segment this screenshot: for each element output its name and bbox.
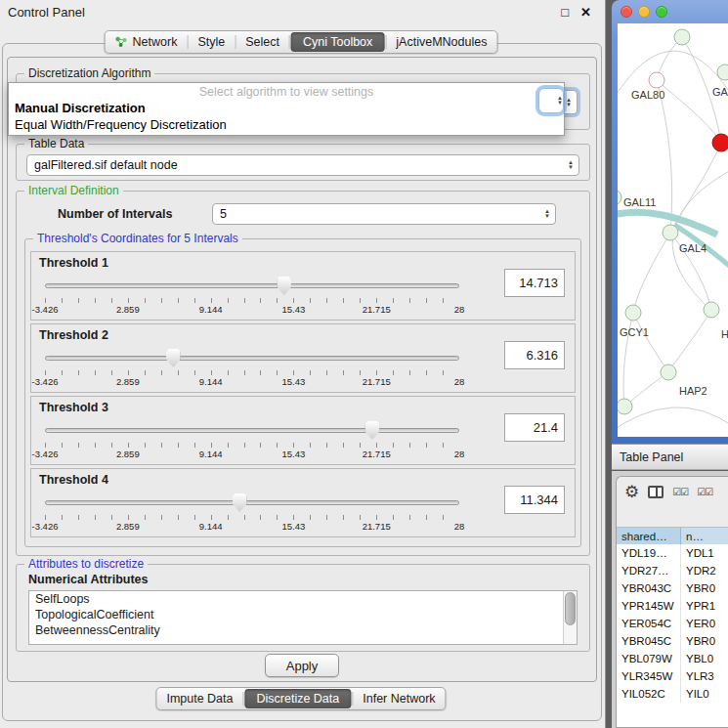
network-edge[interactable]	[624, 372, 668, 407]
slider-track	[45, 500, 459, 505]
column-header-shared-name[interactable]: shared…	[617, 527, 681, 544]
tab-label: jActiveMNodules	[396, 35, 487, 49]
node-label-gal80: GAL80	[631, 89, 664, 101]
tab-jactivemnodules[interactable]: jActiveMNodules	[386, 31, 496, 53]
table-toolbar	[617, 477, 728, 506]
minimize-traffic-light-icon[interactable]	[638, 6, 650, 18]
scale-label: 2.859	[116, 376, 140, 387]
columns-icon[interactable]	[648, 486, 664, 498]
table-row[interactable]: YDR27…YDR2	[617, 562, 728, 579]
scrollbar-thumb[interactable]	[565, 592, 576, 625]
cell-name: YDL1	[681, 544, 728, 562]
column-header-name[interactable]: n…	[681, 527, 728, 544]
network-graph-svg: GAL80GAGAL11GAL4GCY1HHAP2	[618, 23, 728, 437]
interval-definition-group-title: Interval Definition	[24, 184, 123, 198]
threshold-slider[interactable]	[45, 276, 459, 295]
slider-scale: -3.4262.8599.14415.4321.71528	[45, 376, 459, 388]
threshold-value-field[interactable]: 14.713	[504, 269, 565, 297]
network-edge[interactable]	[633, 313, 668, 372]
dropdown-option-manual-discretization[interactable]: Manual Discretization	[9, 100, 564, 116]
close-traffic-light-icon[interactable]	[621, 6, 632, 18]
table-panel-title: Table Panel	[620, 450, 683, 464]
network-node-h[interactable]	[704, 302, 719, 318]
stepper-arrows-icon	[551, 96, 563, 106]
network-edge[interactable]	[668, 310, 711, 372]
table-row[interactable]: YPR145WYPR1	[617, 597, 728, 615]
scale-label: 15.43	[282, 304, 306, 315]
threshold-slider[interactable]	[45, 420, 459, 440]
control-panel-titlebar: Control Panel □ ✕	[0, 0, 605, 23]
attributes-group: Attributes to discretize Numerical Attri…	[16, 564, 590, 652]
combo-arrows-icon	[538, 209, 550, 219]
slider-handle[interactable]	[233, 493, 247, 512]
cell-name: YDR2	[681, 562, 728, 579]
attribute-list-item[interactable]: BetweennessCentrality	[29, 622, 577, 638]
network-node-ga[interactable]	[717, 64, 728, 80]
slider-track	[45, 356, 459, 361]
tab-cyni-toolbox[interactable]: Cyni Toolbox	[291, 32, 384, 52]
vertical-scrollbar[interactable]	[563, 591, 577, 644]
algorithm-combo-stepper[interactable]	[538, 88, 564, 113]
apply-button[interactable]: Apply	[265, 654, 339, 677]
threshold-label: Threshold 4	[39, 473, 108, 487]
combo-arrows-icon	[562, 160, 574, 170]
gear-icon[interactable]	[624, 482, 639, 502]
threshold-slider[interactable]	[45, 492, 459, 512]
table-row[interactable]: YDL19…YDL1	[617, 544, 728, 562]
table-row[interactable]: YIL052CYIL0	[617, 685, 728, 703]
network-node[interactable]	[712, 134, 728, 151]
threshold-value-field[interactable]: 21.4	[504, 413, 565, 442]
cell-name: YBR0	[681, 632, 728, 650]
scale-label: 21.715	[363, 376, 391, 387]
float-window-button[interactable]: □	[561, 5, 569, 20]
checkbox-grid-icon[interactable]	[697, 487, 712, 497]
tab-style[interactable]: Style	[188, 31, 235, 53]
table-row[interactable]: YLR345WYLR3	[617, 667, 728, 685]
table-panel-header: Table Panel	[612, 444, 728, 470]
network-canvas[interactable]: GAL80GAGAL11GAL4GCY1HHAP2	[618, 23, 728, 437]
network-node[interactable]	[618, 399, 632, 414]
network-edge[interactable]	[618, 407, 728, 434]
network-node-gal11[interactable]	[618, 190, 621, 205]
network-node[interactable]	[674, 29, 690, 45]
thresholds-group: Threshold's Coordinates for 5 Intervals …	[24, 238, 581, 547]
slider-ticks	[45, 370, 459, 375]
slider-handle[interactable]	[166, 349, 181, 367]
network-node-gal4[interactable]	[663, 225, 678, 240]
table-row[interactable]: YBR045CYBR0	[617, 632, 728, 650]
threshold-slider[interactable]	[45, 348, 459, 367]
network-icon	[115, 36, 128, 48]
close-window-button[interactable]: ✕	[580, 5, 591, 20]
slider-handle[interactable]	[277, 277, 291, 295]
tab-discretize-data[interactable]: Discretize Data	[245, 689, 352, 708]
network-edge[interactable]	[657, 80, 672, 233]
number-of-intervals-combobox[interactable]: 5	[212, 203, 556, 225]
threshold-value-field[interactable]: 6.316	[504, 341, 565, 369]
threshold-value-field[interactable]: 11.344	[504, 486, 565, 514]
scale-label: 28	[454, 521, 465, 532]
tab-select[interactable]: Select	[236, 31, 289, 53]
network-edge[interactable]	[633, 233, 670, 313]
tab-label: Cyni Toolbox	[303, 35, 372, 49]
slider-ticks	[45, 298, 459, 303]
slider-handle[interactable]	[364, 421, 379, 440]
network-node-gcy1[interactable]	[625, 305, 641, 321]
tab-impute-data[interactable]: Impute Data	[156, 688, 242, 709]
attribute-list-item[interactable]: SelfLoops	[29, 591, 577, 607]
network-node-gal80[interactable]	[649, 72, 664, 88]
slider-ticks	[45, 443, 459, 448]
dropdown-option-equal-width-frequency-discretization[interactable]: Equal Width/Frequency Discretization	[9, 116, 564, 133]
table-row[interactable]: YBR043CYBR0	[617, 579, 728, 597]
table-row[interactable]: YBL079WYBL0	[617, 650, 728, 667]
checkbox-list-icon[interactable]	[672, 487, 688, 497]
tab-network[interactable]: Network	[106, 31, 188, 53]
tab-infer-network[interactable]: Infer Network	[353, 688, 445, 709]
attribute-list-item[interactable]: TopologicalCoefficient	[29, 607, 577, 622]
thresholds-group-title: Threshold's Coordinates for 5 Intervals	[33, 232, 242, 246]
zoom-traffic-light-icon[interactable]	[656, 6, 667, 18]
network-node-hap2[interactable]	[661, 364, 676, 380]
table-data-combobox[interactable]: galFiltered.sif default node	[26, 154, 579, 176]
tab-label: Network	[133, 35, 178, 49]
table-row[interactable]: YER054CYER0	[617, 615, 728, 632]
numerical-attributes-list[interactable]: SelfLoopsTopologicalCoefficientBetweenne…	[28, 590, 578, 645]
